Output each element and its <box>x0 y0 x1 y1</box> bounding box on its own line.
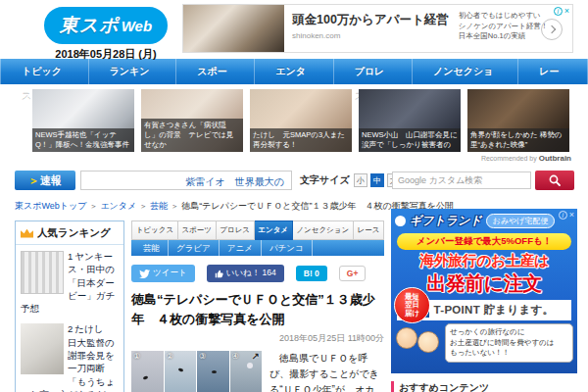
ufo-object <box>177 368 183 371</box>
nav-item-puroresu[interactable]: プロレス <box>333 59 412 84</box>
site-date: 2018年05月28日 (月) <box>29 47 182 62</box>
tab-race[interactable]: レース <box>354 220 384 240</box>
tweet-button[interactable]: ツイート <box>131 265 195 282</box>
site-logo-block[interactable]: 東スポWeb 2018年05月28日 (月) <box>29 7 182 62</box>
giftland-offer-pill: メンバー登録で最大5%OFFも！ <box>397 233 571 250</box>
breadcrumb-home[interactable]: 東スポWebトップ <box>15 201 86 211</box>
adchoices-close-icon[interactable]: × <box>569 211 574 220</box>
subtab-gravure[interactable]: グラビア <box>169 240 220 256</box>
ticker-link[interactable]: 紫雷イオ 世界最大の <box>185 176 284 187</box>
ranking-title: 人気ランキング <box>37 226 111 240</box>
adchoices-close-icon[interactable]: × <box>564 7 569 16</box>
giftland-delivery-badge: 最短 翌日 届け <box>394 287 430 323</box>
tospo-logo[interactable]: 東スポWeb <box>44 7 168 44</box>
ad-url: shinoken.com <box>292 31 449 40</box>
bubble-line: せっかくの旅行なのに <box>450 327 568 338</box>
header-banner-ad[interactable]: 頭金100万からアパート経営 shinoken.com 初心者でもはじめやすい … <box>182 4 573 53</box>
photo-number: ① <box>133 352 140 361</box>
photo-number: ② <box>167 352 173 361</box>
tab-sports[interactable]: スポーツ <box>178 220 217 240</box>
bubble-line: お土産選びに時間を費やすのは <box>450 338 568 349</box>
ufo-photo-panel: ② <box>165 351 197 392</box>
subtab-anime[interactable]: アニメ <box>220 240 262 256</box>
section-tabs: トピックス スポーツ プロレス エンタメ ノンセクション レース <box>131 220 384 240</box>
ad-line: 初心者でもはじめやすい <box>459 11 551 22</box>
carousel-caption: 角界が顔をしかめた 稀勢の里“あきれた映像” <box>467 128 569 152</box>
carousel-caption: NEWS手越祐也「イッテQ！」降板へ！金塊強奪事件 <box>32 128 134 152</box>
tospo-web-page: 東スポWeb 2018年05月28日 (月) 頭金100万からアパート経営 sh… <box>0 0 588 392</box>
nav-item-sports[interactable]: スポーツ <box>175 59 254 84</box>
facebook-like-button[interactable]: いいね！ 164 <box>207 265 284 282</box>
breadcrumb-entame[interactable]: エンタメ <box>100 201 136 211</box>
carousel-item[interactable]: 角界が顔をしかめた 稀勢の里“あきれた映像” <box>467 89 569 152</box>
ranking-thumbnail <box>21 323 64 374</box>
ad-apartment-photo <box>183 5 284 52</box>
ufo-photo-panel: ④↗ <box>230 351 263 392</box>
outbrain-attribution: Recommended by Outbrain <box>0 152 588 163</box>
giftland-logo: ギフトランド <box>410 213 482 229</box>
giftland-header: ギフトランド おみやげ宅配便 <box>395 213 573 229</box>
outbrain-logo[interactable]: Outbrain <box>539 154 571 163</box>
badge-line: 届け <box>405 310 419 318</box>
carousel-caption: 有賀さつきさん「病状隠し」の背景 テレビでは見せなか <box>141 119 243 152</box>
toolbar: ＞速報 紫雷イオ 世界最大の 文字サイズ 小 中 大 <box>0 171 588 192</box>
nav-item-topics[interactable]: トピックス <box>0 59 88 84</box>
logo-web-text: Web <box>122 18 152 34</box>
ranking-thumbnail <box>21 251 64 294</box>
carousel-item[interactable]: たけし 元SMAPの3人また再分裂する！ <box>250 89 352 152</box>
ad-line: 日本全国No.1の実績 <box>459 31 551 42</box>
flash-label: 速報 <box>40 174 62 186</box>
nav-item-entame[interactable]: エンタメ <box>254 59 332 84</box>
social-buttons: ツイート いいね！ 164 B! 0 G+ <box>131 265 384 282</box>
like-label: いいね！ 164 <box>226 268 276 279</box>
giftland-ad[interactable]: i × ギフトランド おみやげ宅配便 メンバー登録で最大5%OFFも！ 海外旅行… <box>391 209 577 373</box>
breadcrumb-separator: ＞ <box>171 202 178 211</box>
tab-nonsection[interactable]: ノンセクション <box>293 220 354 240</box>
crown-icon <box>21 229 33 238</box>
fontsize-control: 文字サイズ 小 中 大 <box>300 171 401 190</box>
search-input[interactable] <box>392 172 531 189</box>
rank-number: 1 <box>68 251 73 262</box>
breadcrumb-separator: ＞ <box>89 202 97 211</box>
ad-line: シノケンのアパート経営！ <box>459 22 551 32</box>
carousel-item[interactable]: 有賀さつきさん「病状隠し」の背景 テレビでは見せなか <box>141 89 243 152</box>
fontsize-medium-button[interactable]: 中 <box>370 173 384 187</box>
ranking-item-1[interactable]: 1ヤンキース・田中の「日本ダービー」ガチ予想 <box>16 245 123 318</box>
chevron-right-icon[interactable] <box>541 19 563 40</box>
breadcrumb-geino[interactable]: 芸能 <box>150 201 168 211</box>
nav-item-race[interactable]: レース <box>517 59 588 84</box>
article-body: ① ② ③ ④↗ 徳島県でＵＦＯを呼び、撮影することができる“ＵＦＯ少年”が、オ… <box>131 351 384 392</box>
tpoint-text: T-POINT 貯まります。 <box>434 303 555 318</box>
content-area: 人気ランキング 1ヤンキース・田中の「日本ダービー」ガチ予想 2たけし 日大監督… <box>0 218 588 392</box>
ufo-photo-strip[interactable]: ① ② ③ ④↗ <box>131 351 262 392</box>
subtab-geino[interactable]: 芸能 <box>135 240 169 256</box>
expand-icon[interactable]: ↗ <box>252 351 260 362</box>
carousel-item[interactable]: NEWS小山 山口謝罪会見に涙声で「しっかり被害者の <box>359 89 461 152</box>
article-text: 徳島県でＵＦＯを呼び、撮影することができる“ＵＦＯ少年”が、オカルト研究家の山口… <box>270 351 384 392</box>
fontsize-small-button[interactable]: 小 <box>354 173 368 187</box>
adchoices-info-icon[interactable]: i <box>559 211 567 220</box>
google-plus-button[interactable]: G+ <box>339 266 367 281</box>
right-sidebar: i × ギフトランド おみやげ宅配便 メンバー登録で最大5%OFFも！ 海外旅行… <box>391 209 577 392</box>
giftland-bottom: せっかくの旅行なのに お土産選びに時間を費やすのは もったいない！！ <box>395 323 573 363</box>
hatena-bookmark-button[interactable]: B! 0 <box>296 266 327 281</box>
article-column: トピックス スポーツ プロレス エンタメ ノンセクション レース 芸能 グラビア… <box>131 220 384 392</box>
search-button[interactable] <box>535 171 574 190</box>
flash-news-button[interactable]: ＞速報 <box>15 171 75 190</box>
article-date: 2018年05月25日 11時00分 <box>131 332 384 345</box>
carousel-item[interactable]: NEWS手越祐也「イッテQ！」降板へ！金塊強奪事件 <box>32 89 134 152</box>
subtab-pachinko[interactable]: パチンコ <box>262 240 313 256</box>
ranking-box: 人気ランキング 1ヤンキース・田中の「日本ダービー」ガチ予想 2たけし 日大監督… <box>15 220 124 392</box>
global-nav: トピックス ランキング スポーツ エンタメ プロレス ノンセクション レース <box>0 59 588 84</box>
left-sidebar: 人気ランキング 1ヤンキース・田中の「日本ダービー」ガチ予想 2たけし 日大監督… <box>15 220 124 392</box>
nav-item-ranking[interactable]: ランキング <box>88 59 176 84</box>
tab-puroresu[interactable]: プロレス <box>217 220 255 240</box>
ranking-item-2[interactable]: 2たけし 日大監督の謝罪会見を一刀両断「もうちょっと言い方があるだろ」 <box>16 318 123 392</box>
ranking-header: 人気ランキング <box>16 221 123 245</box>
carousel-caption: NEWS小山 山口謝罪会見に涙声で「しっかり被害者の <box>359 128 461 152</box>
nav-item-nonsection[interactable]: ノンセクション <box>412 59 517 84</box>
tab-topics[interactable]: トピックス <box>132 220 178 240</box>
bubble-line: もったいない！！ <box>450 348 568 359</box>
adchoices-info-icon[interactable]: i <box>554 7 563 16</box>
tab-entame[interactable]: エンタメ <box>255 220 293 240</box>
